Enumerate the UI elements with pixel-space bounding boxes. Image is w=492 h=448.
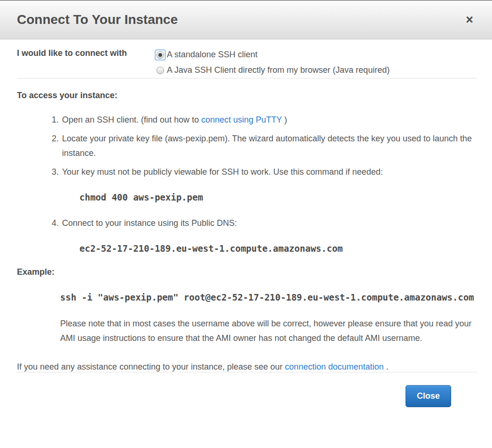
chmod-command: chmod 400 aws-pexip.pem	[79, 190, 477, 205]
assistance-text-before: If you need any assistance connecting to…	[17, 362, 285, 371]
step-connect-dns: Connect to your instance using its Publi…	[62, 216, 477, 256]
step-text: )	[282, 115, 287, 124]
access-steps-list: Open an SSH client. (find out how to con…	[17, 113, 477, 256]
radio-focus-ring	[155, 50, 165, 60]
radio-option-java-ssh[interactable]: A Java SSH Client directly from my brows…	[155, 62, 390, 78]
radio-option-label: A standalone SSH client	[167, 50, 258, 60]
connect-instance-modal: Connect To Your Instance × I would like …	[0, 0, 492, 448]
radio-selected-icon[interactable]	[156, 51, 164, 59]
assistance-text: If you need any assistance connecting to…	[17, 362, 477, 372]
step-open-ssh-client: Open an SSH client. (find out how to con…	[62, 113, 477, 127]
step-text: Your key must not be publicly viewable f…	[62, 167, 383, 177]
radio-option-standalone-ssh[interactable]: A standalone SSH client	[155, 47, 390, 62]
connection-documentation-link[interactable]: connection documentation	[285, 362, 383, 371]
step-text: Connect to your instance using its Publi…	[62, 218, 237, 228]
modal-header: Connect To Your Instance ×	[0, 0, 492, 39]
step-text: Open an SSH client. (find out how to	[62, 115, 201, 124]
connect-with-options: A standalone SSH client A Java SSH Clien…	[155, 47, 390, 78]
connect-with-row: I would like to connect with A standalon…	[17, 39, 477, 78]
step-locate-key: Locate your private key file (aws-pexip.…	[62, 131, 477, 161]
ssh-example-command: ssh -i "aws-pexip.pem" root@ec2-52-17-21…	[60, 292, 477, 302]
modal-body: I would like to connect with A standalon…	[0, 39, 492, 407]
connect-with-label: I would like to connect with	[17, 47, 155, 78]
access-heading: To access your instance:	[17, 91, 477, 100]
close-icon[interactable]: ×	[463, 13, 476, 27]
public-dns-value: ec2-52-17-210-189.eu-west-1.compute.amaz…	[79, 241, 477, 256]
step-key-permissions: Your key must not be publicly viewable f…	[62, 165, 477, 205]
radio-unselected-icon[interactable]	[156, 67, 164, 74]
assistance-text-after: .	[384, 362, 389, 371]
divider	[17, 78, 477, 78]
example-heading: Example:	[17, 267, 477, 277]
close-button[interactable]: Close	[406, 385, 451, 407]
modal-title: Connect To Your Instance	[17, 12, 463, 27]
step-text: Locate your private key file (aws-pexip.…	[62, 134, 472, 158]
connect-using-putty-link[interactable]: connect using PuTTY	[201, 115, 282, 124]
radio-option-label: A Java SSH Client directly from my brows…	[167, 65, 390, 75]
ami-username-note: Please note that in most cases the usern…	[60, 317, 477, 346]
modal-footer: Close	[17, 372, 477, 407]
radio-ring	[155, 65, 165, 76]
